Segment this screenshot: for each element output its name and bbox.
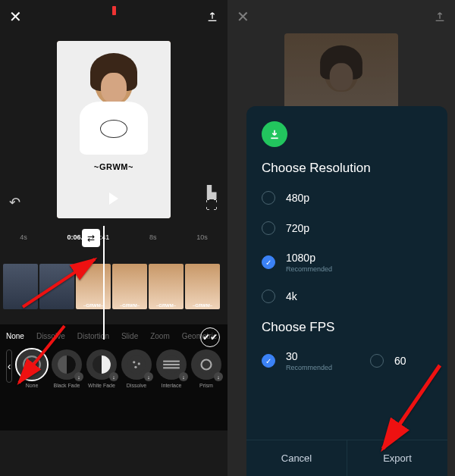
close-button[interactable]: ✕ — [237, 8, 249, 26]
play-icon[interactable] — [109, 193, 118, 205]
resolution-option-480p[interactable]: 480p — [262, 191, 432, 205]
export-icon[interactable] — [434, 11, 446, 23]
topbar: ✕ — [0, 0, 228, 33]
topbar: ✕ — [228, 0, 455, 33]
clip[interactable]: ~GRWM~ — [112, 264, 147, 309]
annotation-arrow — [15, 250, 106, 321]
annotation-arrow — [0, 318, 76, 397]
export-icon[interactable] — [206, 11, 218, 23]
time-mark: 10s — [196, 233, 208, 241]
svg-point-6 — [138, 362, 140, 365]
preview-area: ~GRWM~ ↶ ▙ ⛶ — [0, 33, 228, 226]
time-mark: 8s — [149, 233, 157, 241]
undo-button[interactable]: ↶ — [9, 194, 20, 211]
close-button[interactable]: ✕ — [9, 8, 22, 26]
clip[interactable]: ~GRWM~ — [149, 264, 184, 309]
svg-line-14 — [23, 259, 95, 307]
apply-all-button[interactable]: ✔✔ — [200, 327, 220, 347]
download-icon — [262, 121, 287, 147]
fullscreen-icon[interactable]: ⛶ — [205, 199, 218, 212]
svg-line-16 — [383, 365, 440, 449]
fps-title: Choose FPS — [262, 320, 432, 335]
fps-option-30[interactable]: 30Recommended — [262, 350, 332, 371]
clip[interactable]: ~GRWM~ — [185, 264, 220, 309]
resolution-option-4k[interactable]: 4k — [262, 290, 432, 303]
video-preview[interactable]: ~GRWM~ — [57, 41, 171, 218]
tab-zoom[interactable]: Zoom — [150, 332, 170, 340]
overlay-text: ~GRWM~ — [94, 162, 133, 171]
dialog-title: Choose Resolution — [262, 161, 432, 176]
effect-interlace[interactable]: ↓Interlace — [156, 349, 187, 388]
timeline-ruler[interactable]: 4s 0:06.14 / 0:41 8s 10s — [0, 226, 228, 249]
annotation-arrow — [356, 359, 447, 461]
effect-dissolve[interactable]: ↓Dissolve — [121, 349, 152, 388]
effect-prism[interactable]: ↓Prism — [191, 349, 221, 388]
resolution-option-720p[interactable]: 720p — [262, 221, 432, 235]
layers-icon[interactable]: ▙ — [205, 185, 218, 199]
resolution-option-1080p[interactable]: 1080pRecommended — [262, 252, 432, 273]
effect-white-fade[interactable]: ↓White Fade — [86, 349, 117, 388]
svg-line-15 — [19, 326, 64, 383]
editor-screen: ✕ ~GRWM~ ↶ ▙ ⛶ 4s 0:06.14 / 0:41 8s 10s … — [0, 0, 228, 476]
svg-point-4 — [127, 355, 146, 374]
tab-slide[interactable]: Slide — [121, 332, 138, 340]
cancel-button[interactable]: Cancel — [246, 440, 347, 476]
recording-indicator — [112, 6, 116, 15]
time-mark: 4s — [20, 233, 27, 241]
export-screen: ✕ Choose Resolution 480p 720p 1080pRecom… — [228, 0, 455, 476]
svg-point-7 — [134, 366, 136, 368]
svg-point-5 — [133, 361, 135, 363]
svg-point-12 — [197, 355, 215, 374]
